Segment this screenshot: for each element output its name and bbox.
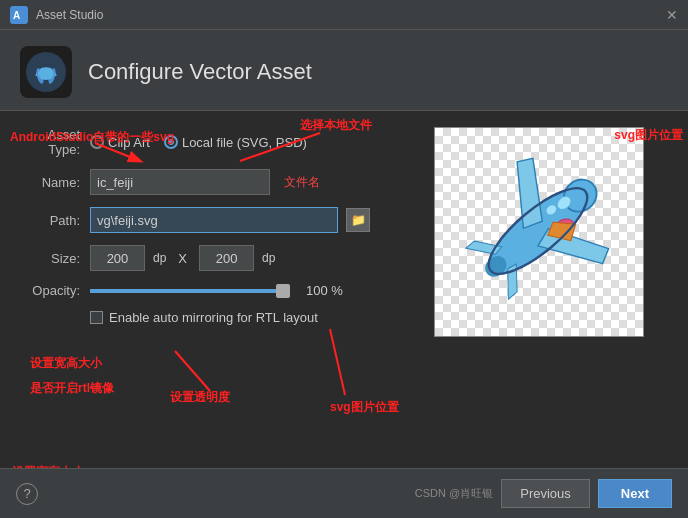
main-content: Asset Type: Clip Art Local file (SVG, PS… [0, 111, 688, 464]
bottom-left: ? [16, 483, 38, 505]
opacity-slider[interactable] [90, 289, 290, 293]
browse-button[interactable]: 📁 [346, 208, 370, 232]
asset-type-label: Asset Type: [20, 127, 90, 157]
asset-type-control: Clip Art Local file (SVG, PSD) [90, 135, 370, 150]
path-label: Path: [20, 213, 90, 228]
preview-box [434, 127, 644, 337]
rtl-checkbox-row: Enable auto mirroring for RTL layout [90, 310, 370, 325]
path-row: Path: 📁 [20, 207, 370, 233]
opacity-row: Opacity: 100 % [20, 283, 370, 298]
svg-text:A: A [13, 10, 20, 21]
clip-art-radio[interactable]: Clip Art [90, 135, 150, 150]
bottom-bar: ? CSDN @肖旺银 Previous Next [0, 468, 688, 518]
form-area: Asset Type: Clip Art Local file (SVG, PS… [0, 111, 390, 464]
previous-button[interactable]: Previous [501, 479, 590, 508]
name-label: Name: [20, 175, 90, 190]
size-row: Size: dp X dp [20, 245, 370, 271]
opacity-label: Opacity: [20, 283, 90, 298]
path-control: 📁 [90, 207, 370, 233]
width-height-annotation: 设置宽高大小 [30, 356, 102, 370]
name-control: 文件名 [90, 169, 370, 195]
close-icon[interactable]: ✕ [666, 7, 678, 23]
svg-path-annotation-text: svg图片位置 [614, 127, 683, 144]
next-button[interactable]: Next [598, 479, 672, 508]
title-bar-left: A Asset Studio [10, 6, 103, 24]
rtl-checkbox-label: Enable auto mirroring for RTL layout [109, 310, 318, 325]
size-height-input[interactable] [199, 245, 254, 271]
size-separator: X [178, 251, 187, 266]
size-label: Size: [20, 251, 90, 266]
preview-area: svg图片位置 [390, 111, 688, 464]
bottom-annotations: 设置宽高大小 是否开启rtl镜像 [30, 355, 370, 397]
opacity-control: 100 % [90, 283, 370, 298]
size-unit-h: dp [262, 251, 275, 265]
bottom-right: CSDN @肖旺银 Previous Next [415, 479, 672, 508]
name-row: Name: 文件名 [20, 169, 370, 195]
title-bar-title: Asset Studio [36, 8, 103, 22]
name-input[interactable] [90, 169, 270, 195]
local-file-radio-label: Local file (SVG, PSD) [182, 135, 307, 150]
size-unit-w: dp [153, 251, 166, 265]
rtl-annotation: 是否开启rtl镜像 [30, 381, 114, 395]
opacity-value: 100 % [306, 283, 343, 298]
clip-art-radio-circle [90, 135, 104, 149]
plane-preview [443, 136, 633, 326]
path-input[interactable] [90, 207, 338, 233]
size-width-input[interactable] [90, 245, 145, 271]
help-button[interactable]: ? [16, 483, 38, 505]
rtl-checkbox[interactable] [90, 311, 103, 324]
header-android-icon [20, 46, 72, 98]
filename-annotation: 文件名 [284, 174, 320, 191]
svg-point-6 [38, 68, 54, 80]
dialog-title: Configure Vector Asset [88, 59, 312, 85]
dialog-header: Configure Vector Asset [0, 30, 688, 111]
title-bar: A Asset Studio ✕ [0, 0, 688, 30]
local-file-radio-circle [164, 135, 178, 149]
app-icon: A [10, 6, 28, 24]
watermark: CSDN @肖旺银 [415, 486, 493, 501]
local-file-radio[interactable]: Local file (SVG, PSD) [164, 135, 307, 150]
size-control: dp X dp [90, 245, 370, 271]
clip-art-radio-label: Clip Art [108, 135, 150, 150]
asset-type-row: Asset Type: Clip Art Local file (SVG, PS… [20, 127, 370, 157]
